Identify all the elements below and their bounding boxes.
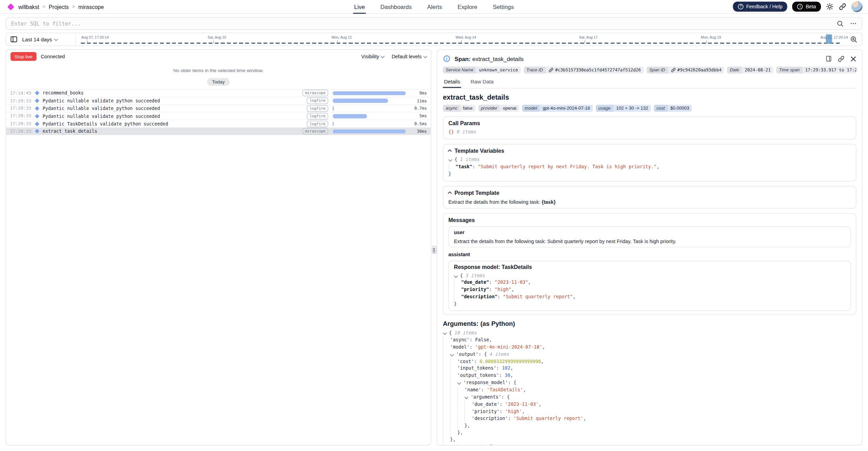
span-list-row[interactable]: 17:29:33Pydantic nullable validate_pytho… (6, 112, 431, 120)
breadcrumb-separator: > (42, 4, 45, 9)
span-title: Span: extract_task_details (455, 56, 524, 62)
span-list-row[interactable]: 17:14:43recommend_booksmirascope9ms (6, 89, 431, 97)
collapse-caret-icon[interactable] (448, 158, 452, 161)
indent-guide (454, 286, 461, 293)
sidebar-toggle-icon[interactable] (10, 36, 18, 43)
breadcrumb-item[interactable]: Projects (49, 3, 69, 10)
visibility-dropdown[interactable]: Visibility (361, 54, 384, 59)
indent-guide (450, 387, 457, 394)
timeline-tick-label: Wed, Aug 14 (456, 36, 476, 39)
row-duration-bar (333, 91, 406, 95)
nav-item-dashboards[interactable]: Dashboards (379, 0, 413, 14)
timeline-tick-label: Aug 07, 17:26:14 (81, 36, 109, 39)
row-timestamp: 17:14:43 (10, 91, 34, 96)
more-options-icon[interactable] (850, 20, 857, 27)
copy-link-icon[interactable] (838, 55, 845, 62)
code-line: "due_date": "2023-11-03", (454, 279, 845, 287)
logfire-logo-icon[interactable] (7, 3, 14, 10)
row-duration-label: 30ms (406, 129, 427, 134)
default-levels-dropdown[interactable]: Default levels (392, 54, 426, 59)
span-list-row[interactable]: 17:29:33extract_task_detailsmirascope30m… (6, 127, 431, 135)
code-line: 'messages': [ (443, 443, 856, 445)
zoom-in-icon[interactable] (850, 36, 857, 43)
span-detail-header: Span: extract_task_details (443, 54, 856, 63)
timeline-tick-mark (461, 40, 462, 43)
beta-label: Beta (806, 4, 816, 9)
span-list-row[interactable]: 17:29:33Pydantic TaskDetails validate_py… (6, 120, 431, 127)
span-diamond-icon (35, 114, 40, 119)
nav-item-live[interactable]: Live (353, 0, 366, 14)
attr-badge-cost: cost$0.00003 (654, 104, 692, 112)
indent-guide (450, 393, 457, 401)
stop-live-button[interactable]: Stop live (10, 52, 36, 61)
indent-guide (454, 279, 461, 287)
time-range-select[interactable]: Last 14 days (22, 36, 57, 42)
link-icon[interactable] (548, 68, 553, 72)
collapse-caret-icon[interactable] (465, 395, 468, 399)
feedback-help-button[interactable]: ? Feedback / Help (733, 2, 787, 12)
chevron-up-icon[interactable] (448, 150, 452, 153)
meta-badge-service-name: Service Nameunknown_service (443, 67, 521, 74)
attr-badge-async: asyncfalse (443, 104, 475, 112)
indent-guide (443, 337, 450, 344)
meta-badge-label: Span ID (646, 67, 668, 74)
nav-item-explore[interactable]: Explore (457, 0, 479, 14)
search-icon[interactable] (837, 20, 844, 27)
indent-guide (450, 429, 457, 437)
timeline-tick-mark (706, 40, 707, 43)
tab-details[interactable]: Details (443, 77, 461, 88)
open-drawer-icon[interactable] (825, 56, 832, 62)
collapse-caret-icon[interactable] (443, 331, 447, 335)
timeline-scale[interactable]: Aug 07, 17:26:14Sat, Aug 10Mon, Aug 12We… (77, 33, 843, 45)
indent-guide (457, 401, 465, 408)
span-list-row[interactable]: 17:29:33Pydantic nullable validate_pytho… (6, 104, 431, 112)
code-line: } (454, 301, 845, 308)
indent-guide (443, 437, 450, 444)
tab-raw-data[interactable]: Raw Data (469, 77, 495, 88)
breadcrumb: willbakst>Projects>mirascope (18, 3, 104, 10)
indent-guide (465, 408, 472, 415)
indent-guide (450, 358, 457, 365)
timeline-tick-mark (585, 40, 585, 43)
indent-guide (454, 293, 461, 301)
beta-button[interactable]: i Beta (792, 2, 821, 12)
code-line: 'output': { 4 items (443, 351, 856, 358)
timeline-tick-label: Aug 21, 17:26:14 (820, 36, 848, 39)
code-line: 'model': 'gpt-4o-mini-2024-07-18', (443, 344, 856, 351)
breadcrumb-item[interactable]: willbakst (18, 3, 39, 10)
sql-filter-input[interactable] (11, 20, 836, 27)
collapse-caret-icon[interactable] (454, 274, 458, 278)
row-duration-label: 9ms (406, 91, 427, 96)
span-diamond-icon (35, 106, 40, 111)
splitter-grip[interactable] (431, 246, 436, 254)
link-icon[interactable] (671, 68, 676, 72)
collapse-caret-icon[interactable] (457, 381, 461, 385)
nav-item-alerts[interactable]: Alerts (426, 0, 443, 14)
row-scope-badge: logfire (307, 120, 328, 127)
chevron-up-icon[interactable] (448, 191, 452, 195)
close-icon[interactable] (850, 56, 857, 62)
share-link-icon[interactable] (839, 3, 846, 10)
span-detail-actions (825, 55, 856, 62)
row-duration-label: 11ms (406, 98, 427, 103)
row-duration-label: 0.5ms (406, 121, 427, 126)
nav-item-settings[interactable]: Settings (492, 0, 515, 14)
theme-toggle-icon[interactable] (826, 3, 834, 10)
meta-badge-trace-id: Trace ID#c3b5157330ea5c1fd4572747af512d2… (523, 67, 643, 74)
breadcrumb-item[interactable]: mirascope (78, 3, 104, 10)
question-icon: ? (738, 4, 744, 9)
code-line: { 10 items (443, 329, 856, 337)
arguments-python-tree: { 10 items'async': False,'model': 'gpt-4… (443, 329, 856, 445)
span-list-row[interactable]: 17:29:33Pydantic nullable validate_pytho… (6, 97, 431, 104)
meta-badge-time-span: Time span17:29:33.917 to 17:29:33.946 (776, 67, 856, 74)
user-avatar[interactable] (851, 1, 862, 12)
arguments-title: Arguments: (as Python) (443, 320, 856, 327)
indent-guide (443, 358, 450, 365)
indent-guide (457, 415, 465, 422)
collapse-caret-icon[interactable] (450, 445, 454, 445)
collapse-caret-icon[interactable] (450, 352, 454, 356)
user-message-text: Extract the details from the following t… (454, 238, 845, 244)
header-actions: ? Feedback / Help i Beta (733, 1, 862, 12)
attr-badge-value: gpt-4o-mini-2024-07-18 (540, 104, 592, 112)
panel-splitter[interactable] (431, 49, 437, 445)
